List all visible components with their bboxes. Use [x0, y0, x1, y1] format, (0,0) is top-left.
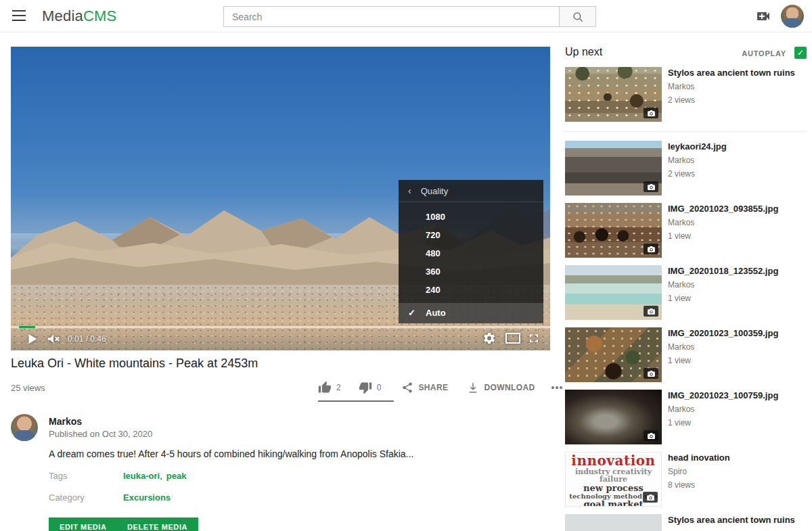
category-label: Category [49, 492, 85, 503]
player-controls: 0:01 / 0:46 [11, 328, 550, 350]
item-author: Markos [668, 280, 807, 290]
item-author: Markos [668, 82, 807, 92]
quality-option-1080[interactable]: 1080 [399, 208, 543, 226]
up-next-item[interactable]: IMG_20201023_100359.jpg Markos 1 view [565, 327, 807, 382]
share-label: SHARE [418, 383, 448, 392]
quality-menu-header[interactable]: ‹ Quality [399, 180, 543, 202]
thumbnail[interactable] [565, 141, 662, 195]
category-link-excursions[interactable]: Excursions [123, 492, 171, 503]
like-button[interactable]: 2 [318, 381, 341, 394]
image-type-badge [644, 181, 658, 192]
quality-option-480[interactable]: 480 [399, 244, 543, 262]
item-author: Spiro [668, 467, 807, 477]
image-type-badge [643, 492, 658, 503]
thumbnail[interactable] [565, 390, 662, 444]
item-title[interactable]: Stylos area ancient town ruins [668, 68, 807, 78]
item-title[interactable]: head inovation [668, 453, 807, 463]
tags-value: leuka-ori,peak [123, 471, 186, 481]
search-icon [572, 11, 584, 23]
play-icon[interactable] [24, 331, 39, 346]
quality-option-240[interactable]: 240 [399, 281, 543, 299]
item-views: 2 views [668, 169, 807, 179]
quality-option-auto-label: Auto [426, 308, 446, 318]
download-button[interactable]: DOWNLOAD [467, 382, 535, 394]
image-type-badge [644, 108, 658, 118]
item-title[interactable]: IMG_20201023_100759.jpg [668, 390, 807, 401]
share-button[interactable]: SHARE [401, 382, 448, 394]
item-views: 1 view [668, 418, 807, 428]
up-next-header: Up next AUTOPLAY ✓ [565, 41, 807, 61]
item-title[interactable]: leykaori24.jpg [668, 141, 807, 152]
delete-media-button[interactable]: DELETE MEDIA [116, 517, 198, 531]
up-next-item[interactable]: IMG_20201018_123552.jpg Markos 1 view [565, 265, 807, 320]
search-input[interactable] [223, 6, 559, 27]
up-next-item[interactable]: leykaori24.jpg Markos 2 views [565, 141, 807, 195]
search-button[interactable] [559, 6, 596, 27]
thumbnail[interactable] [565, 327, 662, 382]
menu-icon[interactable] [12, 10, 26, 21]
image-type-badge [644, 306, 658, 317]
cloud-word: innovation [566, 454, 661, 467]
video-player[interactable]: ‹ Quality 1080 720 480 360 240 ✓ Auto [11, 47, 550, 350]
theater-mode-icon[interactable] [505, 333, 520, 348]
mediacms-page: MediaCMS [0, 0, 812, 531]
item-views: 1 view [668, 356, 807, 366]
up-next-item[interactable]: Stylos area ancient town ruins [565, 514, 807, 531]
image-type-badge [644, 368, 658, 379]
up-next-title: Up next [565, 46, 602, 58]
settings-gear-icon[interactable] [482, 331, 497, 346]
view-count: 25 views [11, 383, 45, 393]
volume-muted-icon[interactable] [46, 331, 61, 346]
author-name[interactable]: Markos [49, 416, 82, 427]
dislike-count: 0 [377, 383, 382, 392]
item-author: Markos [668, 405, 807, 415]
published-date: Published on Oct 30, 2020 [49, 429, 152, 439]
thumbnail[interactable]: innovation industry creativity failure n… [565, 452, 662, 507]
back-chevron-icon: ‹ [408, 185, 411, 196]
thumb-up-icon [318, 381, 332, 394]
item-title[interactable]: Stylos area ancient town ruins [668, 515, 807, 526]
user-avatar[interactable] [781, 5, 804, 28]
quality-option-720[interactable]: 720 [399, 226, 543, 244]
time-display: 0:01 / 0:46 [68, 334, 106, 344]
item-views: 1 view [668, 231, 807, 241]
cloud-word: industry creativity failure [566, 468, 661, 483]
item-title[interactable]: IMG_20201023_100359.jpg [668, 328, 807, 339]
item-author: Markos [668, 156, 807, 166]
edit-media-button[interactable]: EDIT MEDIA [49, 517, 118, 531]
item-title[interactable]: IMG_20201018_123552.jpg [668, 266, 807, 277]
download-label: DOWNLOAD [484, 383, 535, 392]
up-next-item[interactable]: IMG_20201023_100759.jpg Markos 1 view [565, 390, 807, 444]
thumbnail[interactable] [565, 203, 662, 258]
item-title[interactable]: IMG_20201023_093855.jpg [668, 204, 807, 214]
dislike-button[interactable]: 0 [359, 381, 382, 394]
quality-option-360[interactable]: 360 [399, 262, 543, 281]
fullscreen-icon[interactable] [527, 331, 542, 346]
more-options-button[interactable]: ••• [551, 382, 564, 393]
tag-link-leuka-ori[interactable]: leuka-ori [123, 471, 160, 481]
item-views: 1 view [668, 294, 807, 304]
author-avatar[interactable] [11, 414, 38, 441]
rating-underline [318, 400, 394, 402]
like-count: 2 [336, 383, 341, 392]
check-icon: ✓ [408, 303, 415, 323]
quality-menu: ‹ Quality 1080 720 480 360 240 ✓ Auto [399, 180, 543, 323]
tags-label: Tags [49, 471, 67, 481]
upload-video-icon[interactable] [755, 8, 771, 24]
logo-cms-text: CMS [83, 7, 117, 24]
up-next-item[interactable]: innovation industry creativity failure n… [565, 452, 807, 507]
logo[interactable]: MediaCMS [42, 7, 116, 25]
tag-link-peak[interactable]: peak [166, 471, 187, 481]
item-views: 8 views [668, 480, 807, 490]
autoplay-checkbox[interactable]: ✓ [794, 47, 807, 59]
quality-option-auto[interactable]: ✓ Auto [399, 303, 543, 323]
download-icon [467, 382, 479, 394]
share-icon [401, 382, 413, 394]
thumbnail[interactable] [565, 514, 662, 531]
item-author: Markos [668, 218, 807, 228]
up-next-item[interactable]: Stylos area ancient town ruins Markos 2 … [565, 67, 807, 122]
category-value: Excursions [123, 492, 171, 503]
thumbnail[interactable] [565, 67, 662, 122]
thumbnail[interactable] [565, 265, 662, 320]
up-next-item[interactable]: IMG_20201023_093855.jpg Markos 1 view [565, 203, 807, 258]
